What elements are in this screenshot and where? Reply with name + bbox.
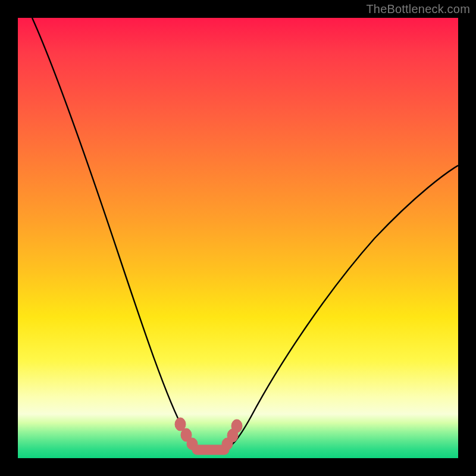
bottom-lobes	[175, 418, 242, 455]
plot-area	[18, 18, 458, 458]
watermark-text: TheBottleneck.com	[366, 2, 470, 16]
bottleneck-curve	[32, 18, 458, 450]
chart-frame: TheBottleneck.com	[0, 0, 476, 476]
svg-point-6	[231, 419, 242, 433]
curve-layer	[18, 18, 458, 458]
